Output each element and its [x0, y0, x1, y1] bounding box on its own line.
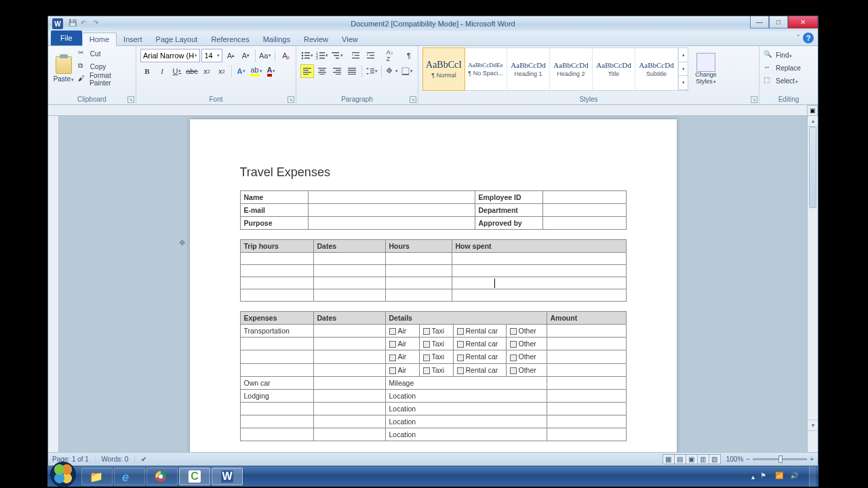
multilevel-button[interactable] [330, 49, 344, 62]
ruler-toggle[interactable]: ▣ [807, 105, 818, 116]
task-chrome[interactable] [146, 468, 178, 485]
justify-button[interactable] [345, 64, 359, 78]
checkbox[interactable] [423, 367, 430, 374]
style-title[interactable]: AaBbCcDdTitle [593, 48, 635, 90]
strikethrough-button[interactable]: abc [185, 64, 199, 78]
checkbox[interactable] [423, 354, 430, 361]
subscript-button[interactable]: x2 [200, 64, 214, 78]
word-count[interactable]: Words: 0 [102, 455, 129, 463]
tab-references[interactable]: References [204, 33, 256, 45]
change-case-button[interactable]: Aa [258, 49, 272, 62]
help-button[interactable]: ? [803, 33, 814, 43]
align-left-button[interactable] [300, 64, 314, 78]
text-effects-button[interactable]: A [235, 64, 248, 78]
checkbox[interactable] [389, 328, 396, 335]
view-buttons[interactable]: ▦▤▣▥▧ [663, 454, 721, 464]
dialog-launcher-icon[interactable]: ↘ [288, 96, 294, 103]
bullets-button[interactable] [300, 49, 314, 62]
minimize-button[interactable]: — [750, 16, 769, 28]
bold-button[interactable]: B [140, 64, 154, 78]
style-heading-2[interactable]: AaBbCcDdHeading 2 [550, 48, 593, 90]
change-styles-button[interactable]: Change Styles [691, 47, 721, 91]
copy-button[interactable]: ⧉Copy [78, 60, 132, 73]
redo-icon[interactable]: ↷ [93, 19, 102, 28]
decrease-indent-button[interactable] [349, 49, 363, 62]
clear-formatting-button[interactable]: A⊘ [278, 49, 292, 62]
italic-button[interactable]: I [155, 64, 169, 78]
style-gallery[interactable]: AaBbCcI¶ Normal AaBbCcDdEe¶ No Spaci... … [422, 47, 688, 91]
dialog-launcher-icon[interactable]: ↘ [127, 96, 134, 103]
style-heading-1[interactable]: AaBbCcDdHeading 1 [507, 48, 550, 90]
checkbox[interactable] [510, 328, 517, 335]
spellcheck-icon[interactable]: ✔ [141, 455, 146, 463]
tab-mailings[interactable]: Mailings [256, 33, 297, 45]
select-button[interactable]: ⬚Select [764, 75, 814, 87]
task-camtasia[interactable]: C [179, 468, 210, 485]
checkbox[interactable] [457, 354, 464, 361]
shrink-font-button[interactable]: A▾ [239, 49, 252, 62]
grow-font-button[interactable]: A▴ [224, 49, 237, 62]
tab-review[interactable]: Review [297, 33, 335, 45]
font-size-combo[interactable]: 14▾ [201, 49, 222, 62]
expenses-table[interactable]: ExpensesDatesDetailsAmount Transportatio… [240, 311, 627, 441]
checkbox[interactable] [457, 328, 464, 335]
horizontal-ruler[interactable] [48, 105, 807, 116]
style-no-spacing[interactable]: AaBbCcDdEe¶ No Spaci... [465, 48, 507, 90]
sort-button[interactable]: A↓Z [383, 49, 397, 62]
checkbox[interactable] [510, 341, 517, 348]
tray-up-icon[interactable]: ▴ [751, 473, 755, 481]
show-marks-button[interactable]: ¶ [402, 49, 416, 62]
style-normal[interactable]: AaBbCcI¶ Normal [422, 47, 465, 91]
start-button[interactable] [50, 462, 76, 487]
format-painter-button[interactable]: 🖌Format Painter [78, 73, 132, 85]
vertical-ruler[interactable] [48, 116, 59, 452]
maximize-button[interactable]: □ [769, 16, 788, 28]
tab-view[interactable]: View [335, 33, 365, 45]
checkbox[interactable] [510, 354, 517, 361]
checkbox[interactable] [510, 367, 517, 374]
save-icon[interactable]: 💾 [68, 19, 78, 28]
minimize-ribbon-icon[interactable]: ˄ [797, 34, 800, 41]
tab-page-layout[interactable]: Page Layout [149, 33, 205, 45]
flag-icon[interactable]: ⚑ [760, 472, 770, 481]
volume-icon[interactable]: 🔊 [790, 472, 800, 481]
dialog-launcher-icon[interactable]: ↘ [410, 96, 416, 103]
undo-icon[interactable]: ↶ [81, 19, 90, 28]
network-icon[interactable]: 📶 [775, 472, 785, 481]
font-name-combo[interactable]: Arial Narrow (H▾ [140, 49, 200, 62]
superscript-button[interactable]: x2 [215, 64, 229, 78]
trip-table[interactable]: Trip hoursDatesHoursHow spent [240, 239, 627, 302]
checkbox[interactable] [423, 341, 430, 348]
shading-button[interactable] [384, 64, 399, 78]
task-ie[interactable]: e [114, 468, 145, 485]
task-explorer[interactable]: 📁 [81, 468, 113, 485]
table-anchor-icon[interactable]: ✥ [179, 239, 187, 247]
borders-button[interactable] [400, 64, 414, 78]
find-button[interactable]: 🔍Find [764, 49, 814, 61]
underline-button[interactable]: U [170, 64, 184, 78]
paste-button[interactable]: Paste [52, 47, 75, 91]
checkbox[interactable] [389, 354, 396, 361]
show-desktop-button[interactable] [809, 466, 816, 487]
zoom-slider[interactable] [753, 458, 807, 460]
increase-indent-button[interactable] [364, 49, 378, 62]
close-button[interactable]: ✕ [788, 16, 818, 28]
checkbox[interactable] [389, 367, 396, 374]
checkbox[interactable] [457, 341, 464, 348]
style-subtitle[interactable]: AaBbCcDdSubtitle [635, 48, 678, 90]
dialog-launcher-icon[interactable]: ↘ [751, 96, 757, 103]
system-tray[interactable]: ▴ ⚑ 📶 🔊 [751, 466, 816, 487]
task-word[interactable]: W [212, 468, 243, 485]
tab-home[interactable]: Home [82, 33, 117, 46]
align-right-button[interactable] [330, 64, 344, 78]
checkbox[interactable] [457, 367, 464, 374]
cut-button[interactable]: ✂Cut [78, 47, 132, 60]
vertical-scrollbar[interactable]: ▴▾ [807, 116, 818, 452]
gallery-more[interactable]: ▴▾▾ [678, 48, 688, 90]
highlight-button[interactable]: ab [250, 64, 263, 78]
checkbox[interactable] [423, 328, 430, 335]
document-page[interactable]: ✥ Travel Expenses NameEmployee ID E-mail… [190, 119, 677, 452]
align-center-button[interactable] [315, 64, 329, 78]
replace-button[interactable]: ↔Replace [764, 62, 814, 74]
checkbox[interactable] [389, 341, 396, 348]
